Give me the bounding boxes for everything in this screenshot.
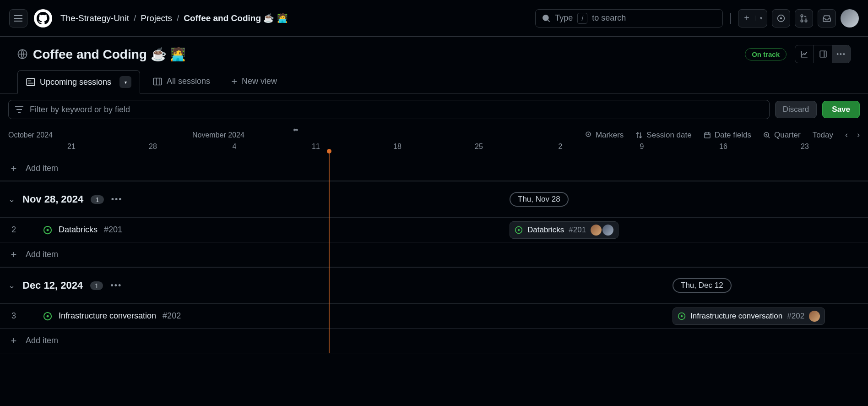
group-title: Dec 12, 2024 xyxy=(22,280,83,291)
project-title: Coffee and Coding ☕ 🧑‍💻 xyxy=(17,47,186,62)
chevron-down-icon[interactable]: ⌄ xyxy=(8,280,15,291)
svg-point-16 xyxy=(518,229,520,231)
tab-all-sessions[interactable]: All sessions xyxy=(145,71,218,92)
next-button[interactable]: › xyxy=(857,130,860,140)
search-shortcut-key: / xyxy=(577,13,587,24)
assignee-avatar[interactable] xyxy=(591,225,602,236)
sidebar-icon xyxy=(819,50,827,58)
github-logo[interactable] xyxy=(34,9,52,27)
new-view-button[interactable]: + New view xyxy=(223,70,285,93)
date-tick: 21 xyxy=(67,143,76,151)
issue-icon xyxy=(777,14,785,22)
date-tick: 28 xyxy=(149,143,157,151)
more-options-button[interactable]: ••• xyxy=(832,45,850,63)
svg-point-4 xyxy=(805,20,807,22)
breadcrumb-org[interactable]: The-Strategy-Unit xyxy=(60,13,129,23)
marker-label: Thu, Dec 12 xyxy=(681,281,723,290)
add-item-row[interactable]: +Add item xyxy=(0,156,868,181)
project-title-text: Coffee and Coding ☕ 🧑‍💻 xyxy=(33,47,186,62)
timeline-controls: October 2024 November 2024 Markers Sessi… xyxy=(0,126,868,140)
caret-down-icon: ▾ xyxy=(755,16,767,21)
panel-button[interactable] xyxy=(814,45,832,63)
filter-input[interactable]: Filter by keyword or by field xyxy=(8,100,770,119)
graph-icon xyxy=(800,50,808,58)
globe-icon xyxy=(17,49,27,59)
card-title: Infrastructure conversation xyxy=(690,312,782,321)
item-title[interactable]: Databricks xyxy=(59,225,98,235)
create-new-button[interactable]: +▾ xyxy=(738,9,767,27)
search-input[interactable]: Type / to search xyxy=(535,9,723,27)
add-item-row[interactable]: +Add item xyxy=(0,242,868,267)
search-post-text: to search xyxy=(592,13,626,23)
user-avatar[interactable] xyxy=(841,9,859,27)
group-header: ⌄ Dec 12, 2024 1 ••• Thu, Dec 12 xyxy=(0,267,868,304)
inbox-button[interactable] xyxy=(818,9,836,27)
svg-point-10 xyxy=(587,133,589,135)
svg-rect-11 xyxy=(705,133,710,138)
drag-handle-icon[interactable]: ⇔ xyxy=(293,126,298,133)
search-icon xyxy=(542,14,550,22)
group-menu-button[interactable]: ••• xyxy=(111,195,123,204)
svg-point-18 xyxy=(47,315,49,317)
timeline-body: +Add item ⌄ Nov 28, 2024 1 ••• Thu, Nov … xyxy=(0,156,868,353)
filter-icon xyxy=(15,106,23,113)
divider xyxy=(730,13,731,24)
control-label: Date fields xyxy=(715,131,751,140)
svg-point-1 xyxy=(780,17,782,19)
date-marker[interactable]: Thu, Dec 12 xyxy=(673,278,732,293)
item-title[interactable]: Infrastructure conversation xyxy=(59,311,156,321)
zoom-control[interactable]: Quarter xyxy=(763,131,801,140)
assignee-avatar[interactable] xyxy=(602,225,613,236)
breadcrumb-projects[interactable]: Projects xyxy=(141,13,172,23)
timeline-card[interactable]: Infrastructure conversation #202 xyxy=(673,307,825,325)
prev-button[interactable]: ‹ xyxy=(845,130,848,140)
global-header: The-Strategy-Unit / Projects / Coffee an… xyxy=(0,0,868,37)
markers-control[interactable]: Markers xyxy=(585,131,624,140)
svg-point-2 xyxy=(801,15,803,17)
control-label: Markers xyxy=(596,131,624,140)
tab-label: Upcoming sessions xyxy=(40,77,111,87)
tab-label: All sessions xyxy=(167,77,210,86)
assignee-avatar[interactable] xyxy=(809,311,820,322)
pull-requests-button[interactable] xyxy=(795,9,813,27)
month-label-oct: October 2024 xyxy=(8,131,53,139)
group-header: ⌄ Nov 28, 2024 1 ••• Thu, Nov 28 xyxy=(0,181,868,218)
date-tick: 25 xyxy=(475,143,483,151)
menu-button[interactable] xyxy=(9,9,27,27)
issue-open-icon xyxy=(43,225,52,235)
add-item-label: Add item xyxy=(26,250,58,259)
add-item-label: Add item xyxy=(26,336,58,346)
issue-open-icon xyxy=(515,226,523,234)
group-menu-button[interactable]: ••• xyxy=(110,281,122,291)
tab-upcoming-sessions[interactable]: Upcoming sessions ▾ xyxy=(17,70,140,93)
status-badge[interactable]: On track xyxy=(745,48,787,60)
add-item-label: Add item xyxy=(26,164,58,173)
view-toggle-group: ••• xyxy=(795,45,851,63)
search-pre-text: Type xyxy=(555,13,573,23)
date-marker[interactable]: Thu, Nov 28 xyxy=(510,192,569,207)
item-reference: #202 xyxy=(163,311,181,321)
issues-button[interactable] xyxy=(772,9,790,27)
breadcrumb-current[interactable]: Coffee and Coding ☕ 🧑‍💻 xyxy=(184,13,288,23)
chevron-down-icon[interactable]: ⌄ xyxy=(8,194,15,204)
timeline-card[interactable]: Databricks #201 xyxy=(510,221,618,239)
date-tick: 23 xyxy=(801,143,809,151)
control-label: Quarter xyxy=(774,131,801,140)
today-button[interactable]: Today xyxy=(813,131,833,140)
date-fields-control[interactable]: Date fields xyxy=(704,131,751,140)
discard-button[interactable]: Discard xyxy=(775,101,817,118)
insights-button[interactable] xyxy=(795,45,814,63)
plus-icon: + xyxy=(8,249,19,261)
add-item-row[interactable]: +Add item xyxy=(0,329,868,353)
date-tick: 4 xyxy=(233,143,237,151)
group-count-badge: 1 xyxy=(90,281,103,290)
sort-control[interactable]: Session date xyxy=(635,131,691,140)
date-header-row: 21 28 4 11 18 25 2 9 16 23 ⇔ xyxy=(0,140,868,156)
save-button[interactable]: Save xyxy=(822,101,860,118)
svg-rect-7 xyxy=(27,79,35,86)
breadcrumb: The-Strategy-Unit / Projects / Coffee an… xyxy=(60,13,288,23)
marker-icon xyxy=(585,132,592,139)
tab-dropdown-button[interactable]: ▾ xyxy=(119,76,131,88)
issue-open-icon xyxy=(43,312,52,321)
breadcrumb-separator: / xyxy=(177,13,179,23)
